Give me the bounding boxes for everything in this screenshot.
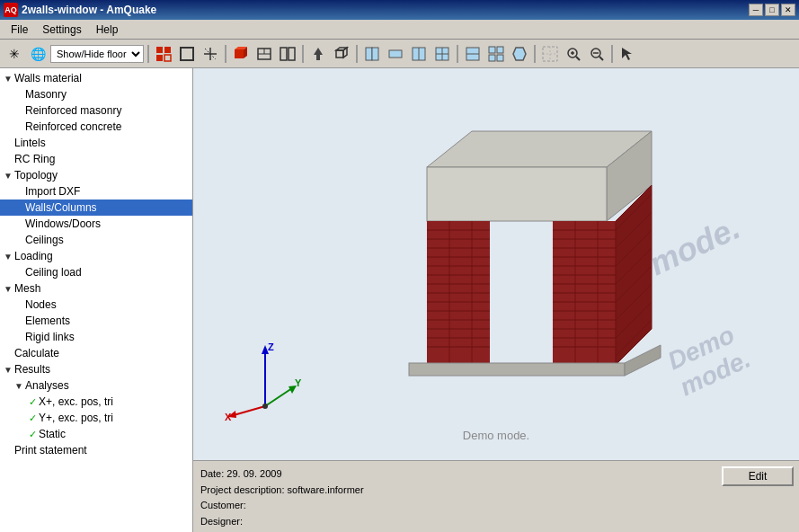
tree-item-windows-doors[interactable]: Windows/Doors (0, 216, 192, 232)
tree-item-analyses[interactable]: ▼ Analyses (0, 377, 192, 394)
svg-point-104 (262, 403, 268, 409)
svg-rect-2 (156, 55, 163, 61)
tree-item-x-pos[interactable]: ✓ X+, exc. pos, tri (0, 394, 192, 410)
svg-rect-49 (427, 167, 607, 221)
cross-icon[interactable] (200, 43, 221, 65)
cursor-icon[interactable] (617, 43, 638, 65)
sunburst-icon[interactable]: ✳ (4, 43, 25, 65)
expand-icon: ▼ (4, 171, 13, 181)
tree-label: Topology (14, 169, 58, 182)
frame-icon[interactable] (176, 43, 198, 65)
tree-item-walls-columns[interactable]: Walls/Columns (0, 200, 192, 216)
app-icon: AQ (4, 3, 18, 17)
zoom-out-icon[interactable] (586, 43, 608, 65)
tree-label: Analyses (25, 379, 69, 392)
tree-panel: ▼ Walls material Masonry Reinforced maso… (0, 68, 193, 532)
svg-rect-4 (181, 48, 193, 60)
menu-help[interactable]: Help (89, 22, 126, 38)
svg-rect-3 (164, 55, 171, 61)
tree-item-elements[interactable]: Elements (0, 313, 192, 329)
tree-label: Nodes (25, 298, 57, 311)
svg-rect-17 (316, 55, 320, 60)
tree-label: Calculate (14, 347, 59, 359)
grid-icon[interactable] (153, 43, 174, 65)
info-designer: Designer: (200, 514, 702, 530)
tree-item-lintels[interactable]: Lintels (0, 135, 192, 151)
minimize-button[interactable]: ─ (749, 4, 763, 16)
svg-line-40 (576, 57, 580, 60)
tree-label: Results (14, 363, 50, 376)
viewport-panel: Demo mode. Demo mode. Demo mode. (193, 68, 799, 532)
info-right: Edit (709, 461, 799, 532)
edit-button[interactable]: Edit (722, 466, 794, 486)
tree-label: Ceilings (25, 234, 64, 246)
info-date: Date: 29. 09. 2009 (200, 466, 702, 483)
menu-settings[interactable]: Settings (35, 22, 88, 38)
select-icon[interactable] (539, 43, 561, 65)
tree-item-ceiling-load[interactable]: Ceiling load (0, 264, 192, 280)
menu-file[interactable]: File (4, 22, 35, 38)
zoom-in-icon[interactable] (563, 43, 584, 65)
svg-rect-18 (336, 50, 343, 58)
svg-text:Z: Z (268, 341, 274, 352)
tree-item-calculate[interactable]: Calculate (0, 345, 192, 361)
title-bar-left: AQ 2walls-window - AmQuake (4, 3, 156, 17)
tree-item-import-dxf[interactable]: Import DXF (0, 183, 192, 200)
expand-icon: ▼ (4, 365, 13, 375)
svg-rect-8 (235, 49, 244, 58)
tree-label: Y+, exc. pos, tri (39, 412, 113, 424)
tree-label: RC Ring (14, 153, 55, 165)
maximize-button[interactable]: □ (765, 4, 779, 16)
tree-label: Windows/Doors (25, 217, 101, 230)
view6-icon[interactable] (485, 43, 507, 65)
svg-rect-31 (489, 47, 495, 53)
svg-rect-34 (497, 55, 503, 61)
view7-icon[interactable] (509, 43, 530, 65)
svg-text:Y: Y (295, 377, 302, 388)
tree-item-topology[interactable]: ▼ Topology (0, 167, 192, 183)
tree-item-mesh[interactable]: ▼ Mesh (0, 280, 192, 297)
tree-label: Reinforced masonry (25, 104, 121, 117)
view5-icon[interactable] (462, 43, 484, 65)
tree-item-reinforced-masonry[interactable]: Reinforced masonry (0, 102, 192, 119)
svg-line-101 (234, 406, 265, 415)
view1-icon[interactable] (361, 43, 383, 65)
tree-item-print-statement[interactable]: Print statement (0, 442, 192, 458)
tree-item-rigid-links[interactable]: Rigid links (0, 329, 192, 345)
svg-rect-22 (372, 48, 378, 60)
tree-item-reinforced-concrete[interactable]: Reinforced concrete (0, 119, 192, 135)
tree-label: Static (39, 428, 66, 440)
svg-text:X: X (225, 412, 232, 422)
close-button[interactable]: ✕ (781, 4, 795, 16)
tree-item-y-pos[interactable]: ✓ Y+, exc. pos, tri (0, 410, 192, 426)
info-panel: Date: 29. 09. 2009 Project description: … (193, 460, 799, 532)
svg-marker-16 (314, 48, 323, 55)
tree-item-ceilings[interactable]: Ceilings (0, 232, 192, 248)
title-bar: AQ 2walls-window - AmQuake ─ □ ✕ (0, 0, 799, 20)
viewport-3d[interactable]: Demo mode. Demo mode. Demo mode. (193, 68, 799, 460)
tree-item-results[interactable]: ▼ Results (0, 361, 192, 377)
svg-line-98 (265, 388, 292, 406)
show-hide-select[interactable]: Show/Hide floor (50, 45, 144, 63)
svg-marker-35 (513, 48, 526, 60)
arrow-up-icon[interactable] (307, 43, 329, 65)
wall1-icon[interactable] (253, 43, 275, 65)
tree-item-loading[interactable]: ▼ Loading (0, 248, 192, 264)
info-text: Date: 29. 09. 2009 Project description: … (193, 461, 709, 532)
view4-icon[interactable] (431, 43, 453, 65)
view2-icon[interactable] (385, 43, 406, 65)
tree-item-static[interactable]: ✓ Static (0, 426, 192, 442)
wall2-icon[interactable] (277, 43, 298, 65)
view3-icon[interactable] (408, 43, 430, 65)
separator-6 (534, 45, 536, 63)
tree-item-masonry[interactable]: Masonry (0, 86, 192, 102)
globe-icon[interactable]: 🌐 (27, 43, 49, 65)
cube-red-icon[interactable] (230, 43, 252, 65)
cube-small-icon[interactable] (331, 43, 352, 65)
tree-item-walls-material[interactable]: ▼ Walls material (0, 70, 192, 86)
separator-1 (147, 45, 149, 63)
show-hide-combo: 🌐 Show/Hide floor (27, 43, 144, 65)
tree-item-rc-ring[interactable]: RC Ring (0, 151, 192, 167)
tree-item-nodes[interactable]: Nodes (0, 297, 192, 313)
svg-marker-20 (336, 48, 347, 50)
